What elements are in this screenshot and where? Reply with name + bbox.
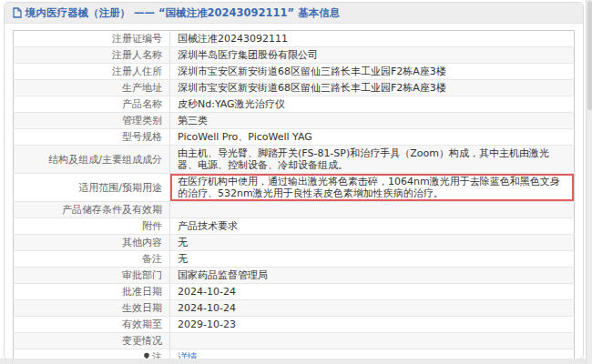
table-row: 审批部门 国家药品监督管理局 [14, 268, 575, 284]
row-label: 产品名称 [14, 96, 170, 113]
row-label: 注册人名称 [14, 47, 170, 64]
row-value: 由主机、导光臂、脚踏开关(FS-81-SP)和治疗手具（Zoom）构成，其中主机… [170, 146, 575, 174]
row-value: 国械注准20243092111 [170, 31, 575, 47]
table-row: 适用范围/预期用途 在医疗机构中使用，通过输出激光将色素击碎，1064nm激光用… [14, 174, 575, 202]
table-row: 生效日期 2024-10-24 [14, 300, 575, 317]
row-label: 其他内容 [14, 235, 170, 251]
table-row: 注册证编号 国械注准20243092111 [14, 31, 575, 47]
row-value [170, 333, 575, 349]
table-row: 变更情况 [14, 333, 575, 349]
table-row: 产品名称 皮秒Nd:YAG激光治疗仪 [14, 96, 575, 113]
row-value: 深圳半岛医疗集团股份有限公司 [170, 47, 575, 64]
row-label: 批准日期 [14, 284, 170, 300]
table-row: 注册人住所 深圳市宝安区新安街道68区留仙三路长丰工业园F2栋A座3楼 [14, 64, 575, 80]
info-table-wrap: 注册证编号 国械注准20243092111 注册人名称 深圳半岛医疗集团股份有限… [13, 30, 575, 359]
table-row: 附件 产品技术要求 [14, 218, 575, 235]
row-value: 在医疗机构中使用，通过输出激光将色素击碎，1064nm激光用于去除蓝色和黑色文身… [170, 174, 575, 202]
page-title: 境内医疗器械（注册） —— “国械注准20243092111” 基本信息 [13, 6, 340, 20]
row-value: 产品技术要求 [170, 218, 575, 235]
row-value: 无 [170, 235, 575, 251]
row-label: 变更情况 [14, 333, 170, 349]
table-row: 备注 无 [14, 251, 575, 268]
table-row: 结构及组成/主要组成成分 由主机、导光臂、脚踏开关(FS-81-SP)和治疗手具… [14, 146, 575, 174]
row-label: 注册人住所 [14, 64, 170, 80]
table-row: 注册人名称 深圳半岛医疗集团股份有限公司 [14, 47, 575, 64]
table-row: 型号规格 PicoWell Pro、PicoWell YAG [14, 129, 575, 146]
row-value: 第三类 [170, 113, 575, 129]
row-label: 备注 [14, 251, 170, 268]
info-table: 注册证编号 国械注准20243092111 注册人名称 深圳半岛医疗集团股份有限… [13, 30, 575, 359]
page-footer-strip [0, 359, 586, 364]
row-label: 结构及组成/主要组成成分 [14, 146, 170, 174]
table-row: 有效期至 2029-10-23 [14, 317, 575, 333]
row-label: 注册证编号 [14, 31, 170, 47]
table-row: 产品储存条件及有效期 [14, 202, 575, 218]
panel-header: 境内医疗器械（注册） —— “国械注准20243092111” 基本信息 [5, 3, 583, 24]
table-row: 管理类别 第三类 [14, 113, 575, 129]
row-value: 2029-10-23 [170, 317, 575, 333]
row-label: 附件 [14, 218, 170, 235]
row-label: 生效日期 [14, 300, 170, 317]
row-label: 型号规格 [14, 129, 170, 146]
row-value: 无 [170, 251, 575, 268]
row-value: 2024-10-24 [170, 284, 575, 300]
row-value [170, 202, 575, 218]
table-row: 批准日期 2024-10-24 [14, 284, 575, 300]
table-row: 其他内容 无 [14, 235, 575, 251]
page-title-text: 境内医疗器械（注册） —— “国械注准20243092111” 基本信息 [26, 6, 340, 20]
scrollbar-thumb[interactable] [587, 1, 592, 110]
row-value: 皮秒Nd:YAG激光治疗仪 [170, 96, 575, 113]
record-panel: 境内医疗器械（注册） —— “国械注准20243092111” 基本信息 注册证… [4, 2, 584, 359]
row-label: 生产地址 [14, 80, 170, 96]
row-value: 深圳市宝安区新安街道68区留仙三路长丰工业园F2栋A座3楼 [170, 64, 575, 80]
row-value: PicoWell Pro、PicoWell YAG [170, 129, 575, 146]
row-label: 适用范围/预期用途 [14, 174, 170, 202]
document-icon [13, 7, 22, 18]
row-label: 产品储存条件及有效期 [14, 202, 170, 218]
row-label: 审批部门 [14, 268, 170, 284]
row-value: 深圳市宝安区新安街道68区留仙三路长丰工业园F2栋A座3楼 [170, 80, 575, 96]
vertical-scrollbar[interactable] [586, 0, 592, 364]
row-value: 国家药品监督管理局 [170, 268, 575, 284]
table-row: 生产地址 深圳市宝安区新安街道68区留仙三路长丰工业园F2栋A座3楼 [14, 80, 575, 96]
row-value: 2024-10-24 [170, 300, 575, 317]
row-label: 有效期至 [14, 317, 170, 333]
row-label: 管理类别 [14, 113, 170, 129]
